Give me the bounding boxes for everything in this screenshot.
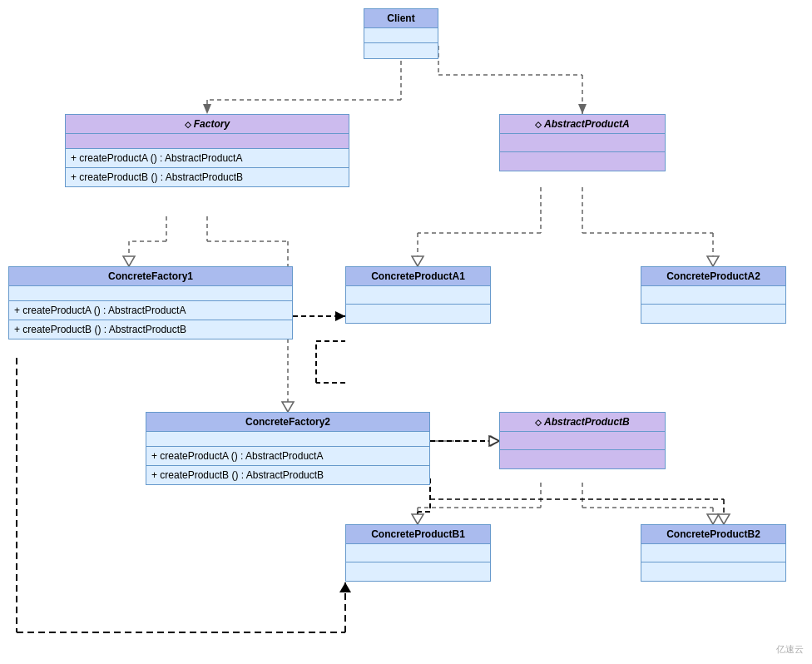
concrete-factory2-class: ConcreteFactory2 + createProductA () : A… <box>146 412 430 485</box>
factory-method1: + createProductA () : AbstractProductA <box>66 149 349 168</box>
abstract-product-a-header: ◇ AbstractProductA <box>500 115 665 134</box>
concrete-product-b1-class: ConcreteProductB1 <box>345 524 491 582</box>
concrete-product-a1-section2 <box>346 305 490 323</box>
concrete-product-b1-section2 <box>346 562 490 581</box>
concrete-factory1-header: ConcreteFactory1 <box>9 267 292 286</box>
svg-marker-26 <box>335 311 345 321</box>
factory-section-empty <box>66 134 349 149</box>
svg-marker-51 <box>491 436 499 446</box>
concrete-factory1-method2: + createProductB () : AbstractProductB <box>9 320 292 339</box>
concrete-factory2-header: ConcreteFactory2 <box>146 413 429 432</box>
concrete-factory1-class: ConcreteFactory1 + createProductA () : A… <box>8 266 293 339</box>
svg-marker-45 <box>707 514 719 524</box>
abstract-product-b-section2 <box>500 450 665 468</box>
diagram-container: Client ◇ Factory + createProductA () : A… <box>0 0 812 664</box>
svg-marker-33 <box>339 582 351 592</box>
concrete-product-a1-header: ConcreteProductA1 <box>346 267 490 286</box>
svg-marker-53 <box>489 436 499 446</box>
svg-marker-16 <box>282 402 294 412</box>
concrete-product-a2-section2 <box>641 305 785 323</box>
concrete-product-a2-class: ConcreteProductA2 <box>641 266 786 324</box>
concrete-factory2-method2: + createProductB () : AbstractProductB <box>146 466 429 484</box>
concrete-factory1-section-empty <box>9 286 292 301</box>
abstract-product-b-section1 <box>500 432 665 450</box>
concrete-factory2-method1: + createProductA () : AbstractProductA <box>146 447 429 466</box>
concrete-product-b1-section1 <box>346 544 490 562</box>
svg-marker-3 <box>203 104 211 114</box>
factory-class: ◇ Factory + createProductA () : Abstract… <box>65 114 349 187</box>
svg-marker-37 <box>412 514 423 524</box>
factory-header: ◇ Factory <box>66 115 349 134</box>
abstract-product-b-header: ◇ AbstractProductB <box>500 413 665 432</box>
concrete-factory1-method1: + createProductA () : AbstractProductA <box>9 301 292 320</box>
svg-marker-11 <box>123 256 135 266</box>
watermark: 亿速云 <box>776 643 804 656</box>
concrete-product-b1-header: ConcreteProductB1 <box>346 525 490 544</box>
client-section1 <box>364 28 438 43</box>
concrete-product-a2-section1 <box>641 286 785 305</box>
abstract-product-a-section1 <box>500 134 665 152</box>
abstract-product-b-stereotype: ◇ <box>535 418 544 427</box>
svg-marker-49 <box>718 514 730 524</box>
svg-marker-41 <box>412 514 423 524</box>
client-class: Client <box>364 8 438 59</box>
abstract-product-b-class: ◇ AbstractProductB <box>499 412 666 469</box>
svg-marker-24 <box>707 256 719 266</box>
abstract-product-a-section2 <box>500 152 665 171</box>
concrete-factory2-section-empty <box>146 432 429 447</box>
concrete-product-b2-class: ConcreteProductB2 <box>641 524 786 582</box>
client-section2 <box>364 43 438 58</box>
abstract-product-a-stereotype: ◇ <box>535 120 544 129</box>
concrete-product-b2-section2 <box>641 562 785 581</box>
concrete-product-a2-header: ConcreteProductA2 <box>641 267 785 286</box>
abstract-product-a-class: ◇ AbstractProductA <box>499 114 666 171</box>
concrete-product-b2-section1 <box>641 544 785 562</box>
factory-method2: + createProductB () : AbstractProductB <box>66 168 349 186</box>
concrete-product-a1-class: ConcreteProductA1 <box>345 266 491 324</box>
svg-marker-7 <box>578 104 587 114</box>
concrete-product-b2-header: ConcreteProductB2 <box>641 525 785 544</box>
svg-marker-20 <box>412 256 423 266</box>
factory-stereotype: ◇ <box>185 120 194 129</box>
client-header: Client <box>364 9 438 28</box>
concrete-product-a1-section1 <box>346 286 490 305</box>
